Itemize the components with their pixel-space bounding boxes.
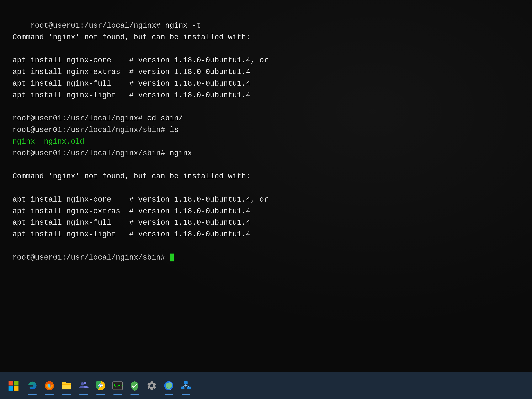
teams-icon [78,380,89,391]
teams-button[interactable] [76,378,91,393]
terminal-active-indicator [114,394,122,395]
windows-icon [8,380,19,391]
prompt-line-4: root@user01:/usr/local/nginx/sbin# [13,149,170,158]
chrome-button[interactable] [93,378,108,393]
svg-rect-21 [187,386,191,389]
output-4: apt install nginx-full # version 1.18.0-… [13,79,250,88]
svg-rect-1 [14,381,19,386]
svg-rect-19 [184,381,187,384]
windows-start-button[interactable] [4,376,23,395]
terminal-cursor [170,253,174,261]
svg-rect-2 [8,386,13,391]
prompt-line-3: root@user01:/usr/local/nginx/sbin# [13,126,170,134]
svg-rect-7 [62,384,71,385]
browser2-button[interactable] [161,378,176,393]
output-2: apt install nginx-core # version 1.18.0-… [13,56,268,65]
settings-button[interactable] [144,378,159,393]
chrome-icon [95,380,106,391]
svg-rect-0 [8,381,13,386]
firefox-active-indicator [45,394,54,395]
output-9: apt install nginx-full # version 1.18.0-… [13,218,250,227]
prompt-line-5: root@user01:/usr/local/nginx/sbin# [13,253,170,262]
svg-point-8 [83,382,86,385]
output-7: apt install nginx-core # version 1.18.0-… [13,195,268,204]
folder-icon [61,380,72,391]
svg-line-23 [183,385,186,387]
svg-rect-16 [118,385,120,386]
cmd-3: ls [170,126,178,134]
firefox-button[interactable] [42,378,57,393]
output-5: apt install nginx-light # version 1.18.0… [13,91,250,100]
svg-rect-3 [14,386,19,391]
svg-point-12 [100,385,102,387]
edge-active-indicator [28,394,37,395]
output-8: apt install nginx-extras # version 1.18.… [13,207,250,215]
svg-rect-20 [181,386,184,389]
teams-active-indicator [79,394,88,395]
explorer-active-indicator [62,394,71,395]
output-3: apt install nginx-extras # version 1.18.… [13,68,250,76]
svg-point-9 [81,382,84,386]
taskbar: C:\> [0,372,532,399]
output-1: Command 'nginx' not found, but can be in… [13,33,250,42]
file-explorer-button[interactable] [59,378,74,393]
security-icon [129,380,140,391]
gear-icon [146,380,157,391]
cmd-1: nginx -t [165,21,201,30]
cmd-4: nginx [170,149,192,158]
chrome-active-indicator [96,394,105,395]
network-active-indicator [182,394,190,395]
browser2-icon [163,380,174,391]
terminal-button[interactable]: C:\> [110,378,125,393]
security-button[interactable] [127,378,142,393]
edge-button[interactable] [25,378,40,393]
terminal-output: root@user01:/usr/local/nginx# nginx -t C… [13,8,519,275]
output-10: apt install nginx-light # version 1.18.0… [13,230,250,239]
output-6: Command 'nginx' not found, but can be in… [13,172,250,181]
terminal-icon: C:\> [112,380,123,391]
network-icon [180,380,191,391]
terminal-window: root@user01:/usr/local/nginx# nginx -t C… [0,0,532,372]
prompt-line-2: root@user01:/usr/local/nginx# [13,114,147,123]
network-button[interactable] [178,378,193,393]
browser2-active-indicator [165,394,173,395]
security-active-indicator [131,394,139,395]
firefox-icon [44,380,55,391]
svg-line-24 [186,385,189,387]
ls-output: nginx nginx.old [13,137,84,146]
edge-icon [27,380,38,391]
cmd-2: cd sbin/ [147,114,183,123]
prompt-line-1: root@user01:/usr/local/nginx# [30,21,165,30]
